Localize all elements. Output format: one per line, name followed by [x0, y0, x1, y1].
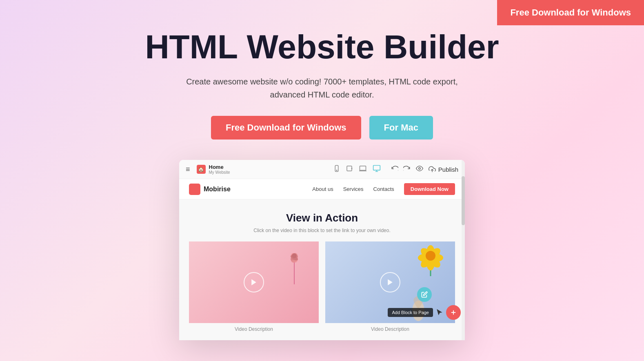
cursor-icon: [435, 308, 444, 317]
cta-buttons: Free Download for Windows For Mac: [211, 116, 433, 140]
laptop-device-icon[interactable]: [358, 165, 367, 174]
svg-point-3: [351, 168, 352, 169]
hero-title: HTML Website Builder: [145, 29, 499, 65]
toolbar-actions: Publish: [391, 165, 458, 174]
svg-point-9: [419, 167, 421, 169]
video-card-1[interactable]: Video Description: [189, 241, 319, 332]
tablet-device-icon[interactable]: [345, 165, 353, 174]
desktop-device-icon[interactable]: [372, 164, 381, 175]
inner-section-subtitle: Click on the video in this block to set …: [189, 228, 455, 233]
redo-button[interactable]: [403, 165, 411, 174]
video-thumb-1: [189, 241, 319, 323]
toolbar-home-title: Home: [209, 164, 230, 170]
svg-point-16: [292, 253, 297, 258]
toolbar-home[interactable]: 🏠 Home My Website: [197, 164, 230, 175]
play-button-2[interactable]: [380, 272, 400, 292]
download-windows-button[interactable]: Free Download for Windows: [211, 116, 361, 140]
top-download-button[interactable]: Free Download for Windows: [497, 0, 644, 25]
fab-add-button[interactable]: [446, 305, 461, 320]
play-button-1[interactable]: [244, 272, 264, 292]
svg-rect-2: [347, 166, 352, 171]
add-block-tooltip: Add Block to Page: [388, 308, 433, 317]
svg-rect-6: [373, 165, 380, 170]
publish-button[interactable]: Publish: [429, 166, 458, 173]
inner-website-nav: Mobirise About us Services Contacts Down…: [179, 179, 465, 199]
device-icons: [333, 164, 381, 175]
app-mockup: ≡ 🏠 Home My Website: [179, 160, 465, 340]
hero-subtitle: Create awesome website w/o coding! 7000+…: [183, 75, 461, 101]
home-app-icon: 🏠: [197, 165, 206, 174]
inner-logo-text: Mobirise: [204, 186, 231, 193]
publish-label: Publish: [438, 166, 458, 173]
inner-nav-links: About us Services Contacts Download Now: [312, 183, 455, 195]
toolbar-home-text: Home My Website: [209, 164, 230, 175]
nav-contacts[interactable]: Contacts: [373, 186, 394, 192]
nav-about[interactable]: About us: [312, 186, 333, 192]
svg-rect-4: [360, 166, 366, 171]
hero-section: HTML Website Builder Create awesome webs…: [0, 0, 644, 357]
menu-icon[interactable]: ≡: [186, 165, 190, 174]
app-toolbar: ≡ 🏠 Home My Website: [179, 160, 465, 179]
toolbar-home-sub: My Website: [209, 170, 230, 175]
inner-nav-cta-button[interactable]: Download Now: [404, 183, 455, 195]
fab-edit-button[interactable]: [417, 287, 432, 302]
svg-point-27: [426, 251, 435, 261]
scrollbar[interactable]: [462, 160, 465, 340]
svg-point-1: [336, 170, 337, 171]
svg-marker-29: [388, 279, 393, 286]
inner-logo: Mobirise: [189, 184, 231, 195]
download-mac-button[interactable]: For Mac: [369, 116, 433, 140]
svg-marker-17: [251, 279, 256, 286]
inner-section-title: View in Action: [189, 212, 455, 224]
scrollbar-thumb[interactable]: [462, 176, 465, 225]
video-desc-2: Video Description: [325, 326, 455, 332]
preview-button[interactable]: [415, 165, 424, 174]
video-desc-1: Video Description: [189, 326, 319, 332]
mobile-device-icon[interactable]: [333, 165, 340, 174]
inner-logo-icon: [189, 184, 200, 195]
nav-services[interactable]: Services: [343, 186, 364, 192]
undo-button[interactable]: [391, 165, 398, 174]
